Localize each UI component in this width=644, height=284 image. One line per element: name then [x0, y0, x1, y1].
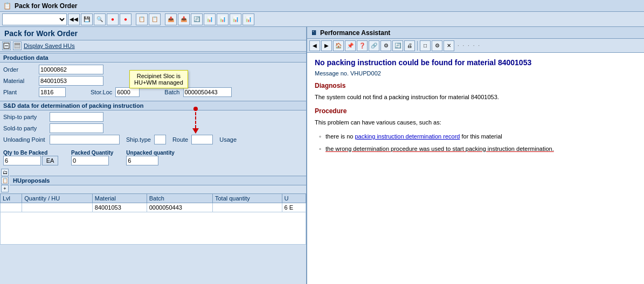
panel-toolbar-icon1[interactable] — [2, 41, 11, 50]
title-bar: 📋 Pack for Work Order — [0, 0, 644, 12]
svg-rect-3 — [15, 45, 20, 47]
sd-data-section: Ship-to party Sold-to party Unloading Po… — [0, 110, 306, 148]
callout-tooltip: Recipinet Sloc is HU+WM managed — [129, 70, 188, 88]
pa-separator — [417, 41, 418, 51]
pa-refresh-button[interactable]: 🔄 — [392, 40, 403, 51]
material-label: Material — [3, 78, 36, 84]
material-input[interactable] — [39, 76, 103, 86]
toolbar-dropdown[interactable] — [2, 13, 67, 25]
chart2-button[interactable]: 📊 — [217, 13, 228, 25]
sold-to-party-input[interactable] — [50, 123, 103, 133]
pa-link-button[interactable]: 🔗 — [369, 40, 379, 51]
production-data-header: Production data — [0, 53, 306, 63]
callout-line1: Recipinet Sloc is — [137, 73, 181, 79]
pa-close-button[interactable]: ✕ — [444, 40, 454, 51]
cell-unit: 6 E — [282, 203, 306, 212]
cell-batch: 0000050443 — [147, 203, 212, 212]
pa-diagnosis-text: The system could not find a packing inst… — [315, 93, 636, 102]
ship-to-party-row: Ship-to party — [3, 112, 303, 122]
qty-to-be-packed-group: Qty to Be Packed — [3, 150, 58, 165]
hu-proposals-section: 🗂 📋 + HUproposals Lvl Quantity / HU Mate… — [0, 168, 306, 284]
ship-to-party-input[interactable] — [50, 112, 103, 122]
refresh-button[interactable]: 🔄 — [191, 13, 203, 25]
pa-home-button[interactable]: 🏠 — [333, 40, 344, 51]
copy-button[interactable]: 📋 — [136, 13, 148, 25]
plant-input[interactable] — [39, 87, 66, 97]
callout-line2: HU+WM managed — [134, 79, 183, 86]
col-batch: Batch — [147, 194, 212, 203]
pa-main-title: No packing instruction could be found fo… — [315, 58, 636, 67]
plant-label: Plant — [3, 89, 36, 95]
sold-to-party-label: Sold-to party — [3, 125, 46, 131]
save-button[interactable]: 💾 — [81, 13, 93, 25]
pa-dots: · · · · · — [458, 43, 481, 49]
pa-pin-button[interactable]: 📌 — [345, 40, 356, 51]
panel-toolbar: Display Saved HUs — [0, 40, 306, 52]
export-button[interactable]: 📤 — [165, 13, 177, 25]
batch-input[interactable] — [183, 87, 232, 97]
route-input[interactable] — [191, 135, 213, 144]
qty-section: Qty to Be Packed Packed Quantity Unpacke… — [0, 148, 306, 168]
panel-toolbar-table-icon[interactable] — [13, 41, 22, 50]
hu-proposals-table: Lvl Quantity / HU Material Batch Total q… — [0, 193, 306, 245]
ship-type-input[interactable] — [154, 135, 166, 144]
svg-rect-4 — [15, 47, 20, 49]
packed-qty-input[interactable] — [71, 156, 109, 165]
order-input[interactable] — [39, 65, 103, 74]
main-toolbar: ◀◀ 💾 🔍 ● ● 📋 📋 📤 📥 🔄 📊 📊 📊 📊 — [0, 12, 644, 27]
chart1-button[interactable]: 📊 — [204, 13, 216, 25]
pa-diagnosis-title: Diagnosis — [315, 82, 636, 89]
nav-start-button[interactable]: ◀◀ — [68, 13, 80, 25]
pa-help-button[interactable]: ❓ — [357, 40, 368, 51]
cell-total-qty — [212, 203, 282, 212]
app-title: Pack for Work Order — [15, 2, 77, 10]
paste-button[interactable]: 📋 — [149, 13, 161, 25]
left-panel: Pack for Work Order Display Saved HUs Re… — [0, 27, 307, 284]
pa-procedure-list: there is no packing instruction determin… — [315, 132, 636, 153]
unpacked-qty-input[interactable] — [126, 156, 158, 165]
unloading-point-input[interactable] — [50, 135, 120, 144]
pa-back-button[interactable]: ◀ — [309, 40, 320, 51]
app-icon: 📋 — [3, 2, 11, 10]
qty-to-be-packed-input[interactable] — [3, 156, 41, 165]
pa-link-determination-record[interactable]: packing instruction determination record — [355, 133, 460, 140]
pa-expand-button[interactable]: □ — [420, 40, 431, 51]
pa-toolbar: ◀ ▶ 🏠 📌 ❓ 🔗 ⚙ 🔄 🖨 □ ⚙ ✕ · · · · · — [307, 39, 644, 53]
pa-list-item-1: there is no packing instruction determin… — [320, 132, 636, 141]
unpacked-qty-group: Unpacked quantity — [126, 150, 174, 165]
hu-icon2[interactable]: 📋 — [1, 177, 9, 184]
pa-title-bar: 🖥 Performance Assistant — [307, 27, 644, 39]
import-button[interactable]: 📥 — [178, 13, 190, 25]
sold-to-party-row: Sold-to party — [3, 123, 303, 133]
ship-type-label: Ship.type — [126, 136, 151, 143]
unloading-point-row: Unloading Point Ship.type Route Usage — [3, 135, 303, 144]
error-button[interactable]: ● — [120, 13, 131, 25]
pa-config-button[interactable]: ⚙ — [432, 40, 442, 51]
display-saved-hus-label: Display Saved HUs — [24, 43, 75, 49]
hu-icon1[interactable]: 🗂 — [1, 169, 9, 176]
batch-label: Batch — [164, 89, 179, 95]
panel-title: Pack for Work Order — [0, 27, 306, 40]
cell-lvl — [1, 203, 22, 212]
unloading-point-label: Unloading Point — [3, 136, 46, 143]
pa-print-button[interactable]: 🖨 — [404, 40, 415, 51]
dashed-arrow — [192, 107, 199, 134]
right-panel: 🖥 Performance Assistant ◀ ▶ 🏠 📌 ❓ 🔗 ⚙ 🔄 … — [307, 27, 644, 284]
main-area: Pack for Work Order Display Saved HUs Re… — [0, 27, 644, 284]
storloc-input[interactable] — [115, 87, 140, 97]
svg-rect-2 — [15, 43, 20, 45]
plant-row: Plant Stor.Loc Batch — [3, 87, 303, 97]
sd-data-header: S&D data for determination of packing in… — [0, 101, 306, 110]
pa-settings-button[interactable]: ⚙ — [380, 40, 391, 51]
unpacked-qty-label: Unpacked quantity — [126, 150, 174, 156]
chart4-button[interactable]: 📊 — [243, 13, 254, 25]
packed-qty-label: Packed Quantity — [71, 150, 113, 156]
chart3-button[interactable]: 📊 — [230, 13, 241, 25]
stop-button[interactable]: ● — [107, 13, 119, 25]
uom-input[interactable] — [42, 156, 58, 165]
search-button[interactable]: 🔍 — [94, 13, 106, 25]
route-label: Route — [172, 136, 188, 143]
hu-table-wrapper: Lvl Quantity / HU Material Batch Total q… — [0, 193, 306, 284]
pa-forward-button[interactable]: ▶ — [321, 40, 332, 51]
hu-icon3[interactable]: + — [1, 185, 9, 192]
